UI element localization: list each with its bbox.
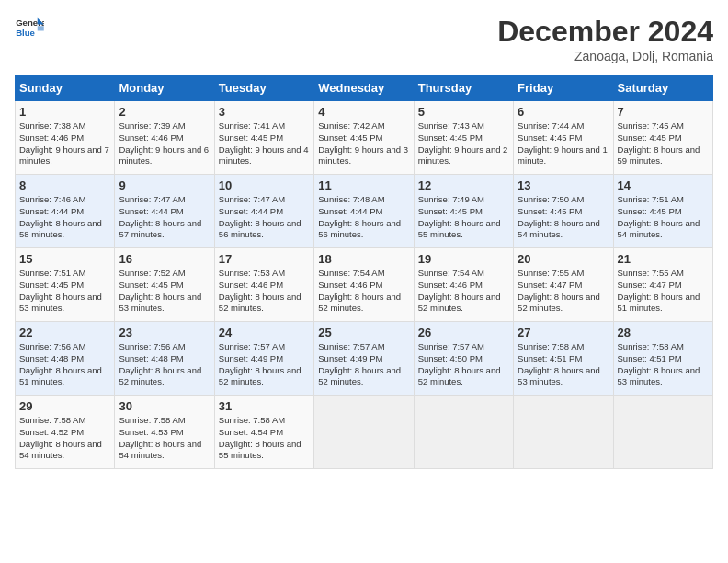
calendar-cell: 8Sunrise: 7:46 AM Sunset: 4:44 PM Daylig…: [16, 175, 115, 248]
cell-info: Sunrise: 7:41 AM Sunset: 4:45 PM Dayligh…: [219, 121, 310, 167]
calendar-cell: 31Sunrise: 7:58 AM Sunset: 4:54 PM Dayli…: [214, 396, 313, 469]
location-subtitle: Zanoaga, Dolj, Romania: [497, 49, 713, 63]
calendar-cell: 6Sunrise: 7:44 AM Sunset: 4:45 PM Daylig…: [514, 101, 613, 175]
month-title: December 2024: [497, 15, 713, 49]
calendar-cell: 9Sunrise: 7:47 AM Sunset: 4:44 PM Daylig…: [115, 175, 214, 248]
day-number: 29: [19, 399, 110, 413]
calendar-cell: [414, 396, 513, 469]
day-of-week-header: Tuesday: [214, 75, 313, 101]
calendar-cell: 28Sunrise: 7:58 AM Sunset: 4:51 PM Dayli…: [613, 322, 712, 396]
cell-info: Sunrise: 7:55 AM Sunset: 4:47 PM Dayligh…: [618, 268, 709, 315]
day-number: 26: [418, 326, 509, 339]
day-number: 19: [418, 252, 509, 266]
cell-info: Sunrise: 7:53 AM Sunset: 4:46 PM Dayligh…: [219, 268, 310, 315]
calendar-cell: 30Sunrise: 7:58 AM Sunset: 4:53 PM Dayli…: [115, 396, 214, 469]
cell-info: Sunrise: 7:52 AM Sunset: 4:45 PM Dayligh…: [119, 268, 210, 315]
cell-info: Sunrise: 7:54 AM Sunset: 4:46 PM Dayligh…: [418, 268, 509, 315]
calendar-body: 1Sunrise: 7:38 AM Sunset: 4:46 PM Daylig…: [16, 101, 713, 469]
calendar-cell: [613, 396, 712, 469]
cell-info: Sunrise: 7:54 AM Sunset: 4:46 PM Dayligh…: [318, 268, 409, 315]
cell-info: Sunrise: 7:56 AM Sunset: 4:48 PM Dayligh…: [19, 341, 110, 388]
calendar-cell: 29Sunrise: 7:58 AM Sunset: 4:52 PM Dayli…: [16, 396, 115, 469]
day-number: 27: [518, 326, 609, 339]
day-number: 24: [219, 326, 310, 339]
calendar-cell: 26Sunrise: 7:57 AM Sunset: 4:50 PM Dayli…: [414, 322, 513, 396]
day-number: 1: [19, 105, 110, 119]
cell-info: Sunrise: 7:58 AM Sunset: 4:53 PM Dayligh…: [119, 415, 210, 462]
day-number: 13: [518, 178, 609, 192]
page-header: General Blue December 2024 Zanoaga, Dolj…: [15, 15, 713, 63]
cell-info: Sunrise: 7:47 AM Sunset: 4:44 PM Dayligh…: [119, 194, 210, 241]
cell-info: Sunrise: 7:58 AM Sunset: 4:54 PM Dayligh…: [219, 415, 310, 462]
title-block: December 2024 Zanoaga, Dolj, Romania: [497, 15, 713, 63]
cell-info: Sunrise: 7:49 AM Sunset: 4:45 PM Dayligh…: [418, 194, 509, 241]
day-number: 7: [618, 105, 709, 119]
day-number: 22: [19, 326, 110, 339]
day-of-week-header: Saturday: [613, 75, 712, 101]
cell-info: Sunrise: 7:55 AM Sunset: 4:47 PM Dayligh…: [518, 268, 609, 315]
day-number: 5: [418, 105, 509, 119]
calendar-header: SundayMondayTuesdayWednesdayThursdayFrid…: [16, 75, 713, 101]
day-number: 30: [119, 399, 210, 413]
day-number: 10: [219, 178, 310, 192]
calendar-cell: 15Sunrise: 7:51 AM Sunset: 4:45 PM Dayli…: [16, 248, 115, 322]
calendar-cell: [514, 396, 613, 469]
day-of-week-header: Wednesday: [314, 75, 414, 101]
cell-info: Sunrise: 7:46 AM Sunset: 4:44 PM Dayligh…: [19, 194, 110, 241]
svg-text:Blue: Blue: [16, 28, 35, 38]
cell-info: Sunrise: 7:58 AM Sunset: 4:52 PM Dayligh…: [19, 415, 110, 462]
calendar-cell: 19Sunrise: 7:54 AM Sunset: 4:46 PM Dayli…: [414, 248, 513, 322]
logo-icon: General Blue: [15, 15, 44, 40]
calendar-cell: 17Sunrise: 7:53 AM Sunset: 4:46 PM Dayli…: [214, 248, 313, 322]
day-number: 11: [318, 178, 409, 192]
day-of-week-header: Monday: [115, 75, 214, 101]
cell-info: Sunrise: 7:57 AM Sunset: 4:50 PM Dayligh…: [418, 341, 509, 388]
cell-info: Sunrise: 7:57 AM Sunset: 4:49 PM Dayligh…: [318, 341, 409, 388]
svg-marker-3: [38, 26, 44, 30]
day-number: 2: [119, 105, 210, 119]
day-number: 31: [219, 399, 310, 413]
day-of-week-header: Sunday: [16, 75, 115, 101]
calendar-cell: 3Sunrise: 7:41 AM Sunset: 4:45 PM Daylig…: [214, 101, 313, 175]
cell-info: Sunrise: 7:44 AM Sunset: 4:45 PM Dayligh…: [518, 121, 609, 167]
cell-info: Sunrise: 7:58 AM Sunset: 4:51 PM Dayligh…: [518, 341, 609, 388]
day-number: 17: [219, 252, 310, 266]
calendar-cell: 21Sunrise: 7:55 AM Sunset: 4:47 PM Dayli…: [613, 248, 712, 322]
day-number: 6: [518, 105, 609, 119]
cell-info: Sunrise: 7:45 AM Sunset: 4:45 PM Dayligh…: [618, 121, 709, 167]
cell-info: Sunrise: 7:58 AM Sunset: 4:51 PM Dayligh…: [618, 341, 709, 388]
day-number: 15: [19, 252, 110, 266]
cell-info: Sunrise: 7:39 AM Sunset: 4:46 PM Dayligh…: [119, 121, 210, 167]
cell-info: Sunrise: 7:47 AM Sunset: 4:44 PM Dayligh…: [219, 194, 310, 241]
calendar-cell: 13Sunrise: 7:50 AM Sunset: 4:45 PM Dayli…: [514, 175, 613, 248]
calendar-cell: 11Sunrise: 7:48 AM Sunset: 4:44 PM Dayli…: [314, 175, 414, 248]
cell-info: Sunrise: 7:43 AM Sunset: 4:45 PM Dayligh…: [418, 121, 509, 167]
calendar-cell: 23Sunrise: 7:56 AM Sunset: 4:48 PM Dayli…: [115, 322, 214, 396]
calendar-cell: 24Sunrise: 7:57 AM Sunset: 4:49 PM Dayli…: [214, 322, 313, 396]
day-of-week-header: Thursday: [414, 75, 513, 101]
cell-info: Sunrise: 7:56 AM Sunset: 4:48 PM Dayligh…: [119, 341, 210, 388]
cell-info: Sunrise: 7:51 AM Sunset: 4:45 PM Dayligh…: [19, 268, 110, 315]
logo: General Blue: [15, 15, 44, 40]
cell-info: Sunrise: 7:48 AM Sunset: 4:44 PM Dayligh…: [318, 194, 409, 241]
day-number: 16: [119, 252, 210, 266]
calendar-cell: 22Sunrise: 7:56 AM Sunset: 4:48 PM Dayli…: [16, 322, 115, 396]
calendar-cell: 20Sunrise: 7:55 AM Sunset: 4:47 PM Dayli…: [514, 248, 613, 322]
calendar-cell: 12Sunrise: 7:49 AM Sunset: 4:45 PM Dayli…: [414, 175, 513, 248]
day-number: 3: [219, 105, 310, 119]
calendar-cell: 27Sunrise: 7:58 AM Sunset: 4:51 PM Dayli…: [514, 322, 613, 396]
calendar-cell: 5Sunrise: 7:43 AM Sunset: 4:45 PM Daylig…: [414, 101, 513, 175]
calendar-cell: 4Sunrise: 7:42 AM Sunset: 4:45 PM Daylig…: [314, 101, 414, 175]
calendar-cell: [314, 396, 414, 469]
day-number: 9: [119, 178, 210, 192]
calendar-cell: 25Sunrise: 7:57 AM Sunset: 4:49 PM Dayli…: [314, 322, 414, 396]
day-number: 23: [119, 326, 210, 339]
day-of-week-header: Friday: [514, 75, 613, 101]
calendar-cell: 2Sunrise: 7:39 AM Sunset: 4:46 PM Daylig…: [115, 101, 214, 175]
day-number: 20: [518, 252, 609, 266]
calendar-cell: 16Sunrise: 7:52 AM Sunset: 4:45 PM Dayli…: [115, 248, 214, 322]
calendar-cell: 7Sunrise: 7:45 AM Sunset: 4:45 PM Daylig…: [613, 101, 712, 175]
cell-info: Sunrise: 7:50 AM Sunset: 4:45 PM Dayligh…: [518, 194, 609, 241]
cell-info: Sunrise: 7:42 AM Sunset: 4:45 PM Dayligh…: [318, 121, 409, 167]
day-number: 28: [618, 326, 709, 339]
